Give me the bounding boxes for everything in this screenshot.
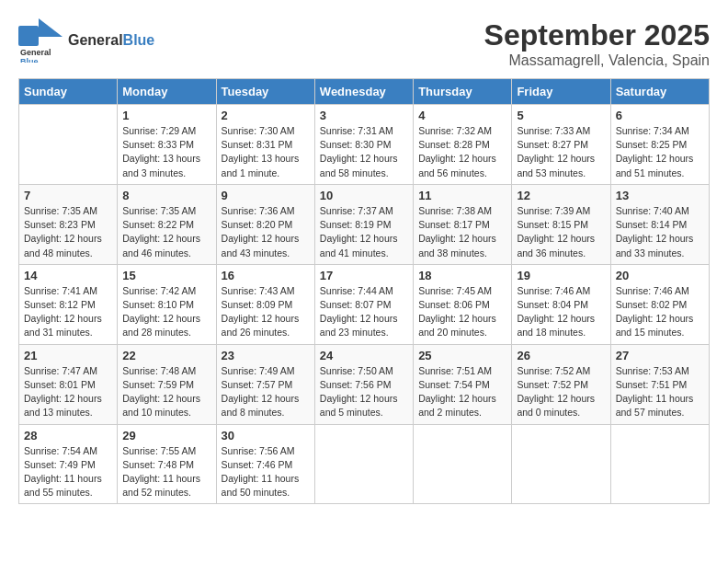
day-number: 22 bbox=[122, 349, 210, 362]
day-number: 13 bbox=[616, 189, 704, 202]
page-title: September 2025 bbox=[484, 18, 710, 52]
day-info: Sunrise: 7:36 AMSunset: 8:20 PMDaylight:… bbox=[222, 204, 310, 260]
calendar-cell: 3Sunrise: 7:31 AMSunset: 8:30 PMDaylight… bbox=[314, 105, 413, 185]
day-number: 7 bbox=[24, 189, 112, 202]
svg-marker-1 bbox=[39, 18, 63, 37]
day-number: 18 bbox=[418, 269, 506, 282]
calendar-header-row: SundayMondayTuesdayWednesdayThursdayFrid… bbox=[19, 79, 710, 105]
day-info: Sunrise: 7:52 AMSunset: 7:52 PMDaylight:… bbox=[517, 364, 605, 420]
calendar-cell: 12Sunrise: 7:39 AMSunset: 8:15 PMDayligh… bbox=[512, 184, 610, 264]
day-number: 6 bbox=[616, 109, 704, 122]
calendar-cell: 14Sunrise: 7:41 AMSunset: 8:12 PMDayligh… bbox=[19, 264, 118, 344]
calendar-cell: 4Sunrise: 7:32 AMSunset: 8:28 PMDaylight… bbox=[414, 105, 512, 185]
day-info: Sunrise: 7:51 AMSunset: 7:54 PMDaylight:… bbox=[418, 364, 506, 420]
day-info: Sunrise: 7:50 AMSunset: 7:56 PMDaylight:… bbox=[320, 364, 408, 420]
logo: General Blue GeneralBlue bbox=[18, 18, 154, 63]
column-header-saturday: Saturday bbox=[610, 79, 709, 105]
svg-rect-0 bbox=[18, 26, 39, 46]
page-subtitle: Massamagrell, Valencia, Spain bbox=[484, 52, 710, 69]
day-info: Sunrise: 7:43 AMSunset: 8:09 PMDaylight:… bbox=[222, 284, 310, 340]
day-info: Sunrise: 7:45 AMSunset: 8:06 PMDaylight:… bbox=[418, 284, 506, 340]
calendar-cell: 11Sunrise: 7:38 AMSunset: 8:17 PMDayligh… bbox=[414, 184, 512, 264]
day-info: Sunrise: 7:48 AMSunset: 7:59 PMDaylight:… bbox=[122, 364, 210, 420]
svg-text:General: General bbox=[20, 48, 51, 57]
calendar-cell: 2Sunrise: 7:30 AMSunset: 8:31 PMDaylight… bbox=[216, 105, 314, 185]
calendar-cell: 17Sunrise: 7:44 AMSunset: 8:07 PMDayligh… bbox=[314, 264, 413, 344]
column-header-thursday: Thursday bbox=[414, 79, 512, 105]
day-info: Sunrise: 7:35 AMSunset: 8:22 PMDaylight:… bbox=[122, 204, 210, 260]
column-header-monday: Monday bbox=[118, 79, 216, 105]
calendar-cell: 6Sunrise: 7:34 AMSunset: 8:25 PMDaylight… bbox=[610, 105, 709, 185]
calendar-cell bbox=[19, 105, 118, 185]
day-number: 26 bbox=[517, 349, 605, 362]
day-info: Sunrise: 7:56 AMSunset: 7:46 PMDaylight:… bbox=[222, 444, 310, 500]
calendar-cell: 19Sunrise: 7:46 AMSunset: 8:04 PMDayligh… bbox=[512, 264, 610, 344]
day-number: 24 bbox=[320, 349, 408, 362]
day-number: 1 bbox=[122, 109, 210, 122]
day-info: Sunrise: 7:35 AMSunset: 8:23 PMDaylight:… bbox=[24, 204, 112, 260]
column-header-friday: Friday bbox=[512, 79, 610, 105]
calendar-cell: 20Sunrise: 7:46 AMSunset: 8:02 PMDayligh… bbox=[610, 264, 709, 344]
svg-text:Blue: Blue bbox=[20, 57, 39, 63]
day-number: 9 bbox=[222, 189, 310, 202]
calendar-week-row: 7Sunrise: 7:35 AMSunset: 8:23 PMDaylight… bbox=[19, 184, 710, 264]
day-info: Sunrise: 7:42 AMSunset: 8:10 PMDaylight:… bbox=[122, 284, 210, 340]
day-number: 28 bbox=[24, 429, 112, 442]
day-number: 3 bbox=[320, 109, 408, 122]
calendar-week-row: 1Sunrise: 7:29 AMSunset: 8:33 PMDaylight… bbox=[19, 105, 710, 185]
page-header: General Blue GeneralBlue September 2025 … bbox=[18, 18, 710, 69]
calendar-cell: 16Sunrise: 7:43 AMSunset: 8:09 PMDayligh… bbox=[216, 264, 314, 344]
day-info: Sunrise: 7:32 AMSunset: 8:28 PMDaylight:… bbox=[418, 124, 506, 180]
day-info: Sunrise: 7:40 AMSunset: 8:14 PMDaylight:… bbox=[616, 204, 704, 260]
day-info: Sunrise: 7:44 AMSunset: 8:07 PMDaylight:… bbox=[320, 284, 408, 340]
day-number: 16 bbox=[222, 269, 310, 282]
calendar-cell: 18Sunrise: 7:45 AMSunset: 8:06 PMDayligh… bbox=[414, 264, 512, 344]
logo-blue: Blue bbox=[123, 32, 155, 48]
calendar-cell: 30Sunrise: 7:56 AMSunset: 7:46 PMDayligh… bbox=[216, 424, 314, 504]
day-number: 4 bbox=[418, 109, 506, 122]
calendar-cell: 24Sunrise: 7:50 AMSunset: 7:56 PMDayligh… bbox=[314, 344, 413, 424]
day-info: Sunrise: 7:34 AMSunset: 8:25 PMDaylight:… bbox=[616, 124, 704, 180]
calendar-cell: 21Sunrise: 7:47 AMSunset: 8:01 PMDayligh… bbox=[19, 344, 118, 424]
calendar-cell: 15Sunrise: 7:42 AMSunset: 8:10 PMDayligh… bbox=[118, 264, 216, 344]
day-info: Sunrise: 7:46 AMSunset: 8:04 PMDaylight:… bbox=[517, 284, 605, 340]
calendar-week-row: 14Sunrise: 7:41 AMSunset: 8:12 PMDayligh… bbox=[19, 264, 710, 344]
calendar-cell: 23Sunrise: 7:49 AMSunset: 7:57 PMDayligh… bbox=[216, 344, 314, 424]
day-number: 20 bbox=[616, 269, 704, 282]
day-info: Sunrise: 7:49 AMSunset: 7:57 PMDaylight:… bbox=[222, 364, 310, 420]
day-number: 17 bbox=[320, 269, 408, 282]
calendar-cell bbox=[512, 424, 610, 504]
day-info: Sunrise: 7:29 AMSunset: 8:33 PMDaylight:… bbox=[122, 124, 210, 180]
calendar-cell: 5Sunrise: 7:33 AMSunset: 8:27 PMDaylight… bbox=[512, 105, 610, 185]
day-info: Sunrise: 7:47 AMSunset: 8:01 PMDaylight:… bbox=[24, 364, 112, 420]
calendar-week-row: 21Sunrise: 7:47 AMSunset: 8:01 PMDayligh… bbox=[19, 344, 710, 424]
day-number: 12 bbox=[517, 189, 605, 202]
calendar-cell: 28Sunrise: 7:54 AMSunset: 7:49 PMDayligh… bbox=[19, 424, 118, 504]
day-info: Sunrise: 7:54 AMSunset: 7:49 PMDaylight:… bbox=[24, 444, 112, 500]
column-header-sunday: Sunday bbox=[19, 79, 118, 105]
day-number: 30 bbox=[222, 429, 310, 442]
day-number: 19 bbox=[517, 269, 605, 282]
day-number: 10 bbox=[320, 189, 408, 202]
logo-general: General bbox=[68, 32, 123, 48]
day-info: Sunrise: 7:41 AMSunset: 8:12 PMDaylight:… bbox=[24, 284, 112, 340]
calendar-cell: 8Sunrise: 7:35 AMSunset: 8:22 PMDaylight… bbox=[118, 184, 216, 264]
day-info: Sunrise: 7:30 AMSunset: 8:31 PMDaylight:… bbox=[222, 124, 310, 180]
day-info: Sunrise: 7:33 AMSunset: 8:27 PMDaylight:… bbox=[517, 124, 605, 180]
title-block: September 2025 Massamagrell, Valencia, S… bbox=[484, 18, 710, 69]
calendar-week-row: 28Sunrise: 7:54 AMSunset: 7:49 PMDayligh… bbox=[19, 424, 710, 504]
day-number: 21 bbox=[24, 349, 112, 362]
calendar-cell: 22Sunrise: 7:48 AMSunset: 7:59 PMDayligh… bbox=[118, 344, 216, 424]
calendar-cell: 7Sunrise: 7:35 AMSunset: 8:23 PMDaylight… bbox=[19, 184, 118, 264]
calendar-cell bbox=[314, 424, 413, 504]
calendar-cell bbox=[610, 424, 709, 504]
column-header-tuesday: Tuesday bbox=[216, 79, 314, 105]
calendar-cell: 10Sunrise: 7:37 AMSunset: 8:19 PMDayligh… bbox=[314, 184, 413, 264]
day-info: Sunrise: 7:46 AMSunset: 8:02 PMDaylight:… bbox=[616, 284, 704, 340]
calendar-cell: 27Sunrise: 7:53 AMSunset: 7:51 PMDayligh… bbox=[610, 344, 709, 424]
day-number: 25 bbox=[418, 349, 506, 362]
day-info: Sunrise: 7:53 AMSunset: 7:51 PMDaylight:… bbox=[616, 364, 704, 420]
day-number: 5 bbox=[517, 109, 605, 122]
logo-icon: General Blue bbox=[18, 18, 63, 63]
day-info: Sunrise: 7:39 AMSunset: 8:15 PMDaylight:… bbox=[517, 204, 605, 260]
